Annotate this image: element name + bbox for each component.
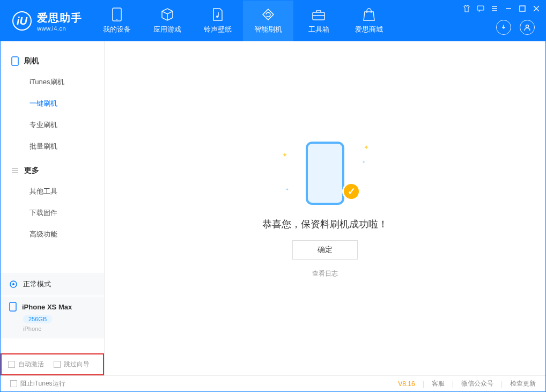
user-button[interactable] [520, 20, 535, 35]
sidebar-item-batch-flash[interactable]: 批量刷机 [1, 136, 104, 157]
phone-small-icon [9, 302, 17, 312]
tab-smart-flash[interactable]: 智能刷机 [243, 1, 293, 41]
titlebar-controls [463, 5, 540, 12]
sparkle-icon: ✦ [362, 160, 366, 165]
phone-illustration-icon [306, 142, 344, 205]
maximize-button[interactable] [519, 5, 526, 12]
checkbox-block-itunes[interactable]: 阻止iTunes运行 [10, 379, 65, 388]
wechat-link[interactable]: 微信公众号 [461, 379, 493, 388]
sidebar-item-oneclick-flash[interactable]: 一键刷机 [1, 93, 104, 114]
svg-point-19 [12, 283, 14, 285]
svg-rect-14 [12, 57, 18, 65]
sidebar-item-other-tools[interactable]: 其他工具 [1, 181, 104, 202]
device-mode: 正常模式 [23, 279, 51, 289]
top-tabs: 我的设备 应用游戏 铃声壁纸 智能刷机 工具箱 [92, 1, 394, 41]
sparkle-icon: ✦ [285, 187, 289, 192]
device-icon [110, 8, 124, 21]
tab-label: 爱思商城 [355, 25, 383, 34]
mode-icon [9, 280, 18, 289]
cube-icon [160, 8, 174, 21]
tab-label: 工具箱 [308, 25, 329, 34]
tab-apps-games[interactable]: 应用游戏 [142, 1, 193, 41]
menu-icon[interactable] [491, 5, 498, 12]
svg-rect-10 [520, 6, 525, 11]
body: 刷机 iTunes刷机 一键刷机 专业刷机 批量刷机 更多 其他工具 下载固件 … [1, 41, 545, 375]
success-illustration: ✦ ✦ ✦ ✦ ✓ [293, 138, 357, 208]
app-url: www.i4.cn [37, 25, 82, 32]
logo[interactable]: iU 爱思助手 www.i4.cn [1, 1, 92, 41]
checkbox-skip-guide[interactable]: 跳过向导 [54, 360, 90, 369]
checkbox-icon [8, 361, 15, 368]
footer: 阻止iTunes运行 V8.16 | 客服 | 微信公众号 | 检查更新 [1, 375, 545, 391]
sidebar-group-more: 更多 其他工具 下载固件 高级功能 [1, 160, 104, 248]
minimize-button[interactable] [505, 5, 512, 12]
svg-rect-3 [313, 12, 324, 20]
close-button[interactable] [533, 5, 540, 12]
svg-point-13 [526, 25, 529, 28]
sparkle-icon: ✦ [364, 144, 369, 151]
sidebar-group-header: 刷机 [1, 51, 104, 71]
header: iU 爱思助手 www.i4.cn 我的设备 应用游戏 铃声壁纸 [1, 1, 545, 41]
checkbox-icon [10, 380, 17, 387]
options-highlight-box: 自动激活 跳过向导 [1, 353, 104, 375]
device-card[interactable]: iPhone XS Max 256GB iPhone [1, 297, 104, 338]
shopping-bag-icon [362, 8, 376, 21]
toolbox-icon [312, 8, 326, 21]
tab-label: 智能刷机 [254, 25, 282, 34]
list-icon [11, 167, 19, 174]
download-button[interactable] [496, 20, 511, 35]
tab-label: 我的设备 [103, 25, 131, 34]
check-badge-icon: ✓ [342, 182, 360, 201]
sidebar-item-download-firmware[interactable]: 下载固件 [1, 202, 104, 224]
sidebar-item-advanced[interactable]: 高级功能 [1, 224, 104, 245]
capacity-badge: 256GB [23, 315, 52, 323]
ok-button[interactable]: 确定 [292, 240, 358, 260]
refresh-sync-icon [261, 8, 275, 21]
svg-point-2 [216, 16, 218, 18]
sidebar-group-flash: 刷机 iTunes刷机 一键刷机 专业刷机 批量刷机 [1, 51, 104, 160]
tab-toolbox[interactable]: 工具箱 [293, 1, 344, 41]
feedback-icon[interactable] [477, 5, 484, 12]
tab-label: 铃声壁纸 [204, 25, 232, 34]
app-name: 爱思助手 [37, 11, 82, 25]
svg-rect-20 [10, 302, 16, 311]
svg-point-1 [116, 19, 117, 20]
success-message: 恭喜您，保资料刷机成功啦！ [262, 218, 388, 231]
sparkle-icon: ✦ [282, 151, 287, 159]
tab-my-device[interactable]: 我的设备 [92, 1, 142, 41]
sidebar-item-itunes-flash[interactable]: iTunes刷机 [1, 71, 104, 93]
phone-icon [11, 56, 19, 66]
checkbox-icon [54, 361, 61, 368]
version-label: V8.16 [398, 380, 415, 388]
main-content: ✦ ✦ ✦ ✦ ✓ 恭喜您，保资料刷机成功啦！ 确定 查看日志 [105, 41, 545, 375]
tab-store[interactable]: 爱思商城 [344, 1, 394, 41]
device-mode-strip[interactable]: 正常模式 [1, 273, 104, 295]
app-logo-icon: iU [12, 11, 32, 31]
check-update-link[interactable]: 检查更新 [510, 379, 536, 388]
support-link[interactable]: 客服 [432, 379, 445, 388]
sidebar: 刷机 iTunes刷机 一键刷机 专业刷机 批量刷机 更多 其他工具 下载固件 … [1, 41, 105, 375]
svg-rect-5 [477, 6, 484, 10]
skin-icon[interactable] [463, 5, 470, 12]
sidebar-group-header: 更多 [1, 160, 104, 181]
view-log-link[interactable]: 查看日志 [312, 269, 338, 278]
device-name-text: iPhone XS Max [22, 303, 72, 311]
tab-label: 应用游戏 [153, 25, 181, 34]
header-right-buttons [496, 20, 535, 35]
checkbox-auto-activate[interactable]: 自动激活 [8, 360, 44, 369]
tab-ringtones-wallpapers[interactable]: 铃声壁纸 [193, 1, 243, 41]
music-file-icon [211, 8, 225, 21]
device-type: iPhone [23, 326, 95, 332]
sidebar-item-pro-flash[interactable]: 专业刷机 [1, 114, 104, 136]
